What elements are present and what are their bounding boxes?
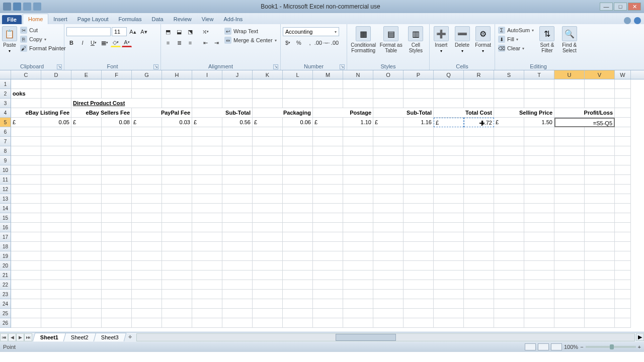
- italic-button[interactable]: I: [77, 38, 88, 47]
- cell-K7[interactable]: [253, 137, 283, 146]
- cell-U11[interactable]: [554, 175, 585, 185]
- align-bottom-button[interactable]: ⬔: [185, 27, 195, 36]
- cell-Q4[interactable]: Total Cost: [434, 108, 494, 118]
- cell-I1[interactable]: [192, 79, 222, 89]
- cell-S11[interactable]: [494, 175, 524, 185]
- cell-P13[interactable]: [404, 194, 434, 204]
- cell-F22[interactable]: [102, 280, 132, 290]
- cell-Q1[interactable]: [434, 79, 464, 89]
- cell-T24[interactable]: [524, 299, 554, 309]
- cell-V11[interactable]: [585, 175, 615, 185]
- cell-V14[interactable]: [585, 204, 615, 213]
- cell-T17[interactable]: [524, 232, 554, 242]
- cell-J2[interactable]: [222, 89, 253, 99]
- cell-N8[interactable]: [343, 146, 373, 156]
- cell-R14[interactable]: [464, 204, 494, 213]
- cell-F14[interactable]: [102, 204, 132, 213]
- cell-C20[interactable]: [11, 261, 41, 270]
- tab-addins[interactable]: Add-Ins: [218, 14, 248, 24]
- dialog-launcher[interactable]: ↘: [340, 64, 345, 69]
- cell-V18[interactable]: [585, 242, 615, 251]
- cell-O9[interactable]: [373, 156, 404, 165]
- cell-K24[interactable]: [253, 299, 283, 309]
- row-header-2[interactable]: 2: [0, 89, 11, 99]
- cell-M19[interactable]: [313, 251, 343, 261]
- cell-J26[interactable]: [222, 318, 253, 328]
- cell-G19[interactable]: [132, 251, 162, 261]
- cell-M18[interactable]: [313, 242, 343, 251]
- cell-O4[interactable]: Sub-Total: [373, 108, 434, 118]
- row-header-4[interactable]: 4: [0, 108, 11, 118]
- cell-C14[interactable]: [11, 204, 41, 213]
- redo-icon[interactable]: [33, 3, 41, 11]
- row-header-17[interactable]: 17: [0, 232, 11, 242]
- sheet-nav-next[interactable]: ▶: [16, 333, 24, 341]
- row-header-11[interactable]: 11: [0, 175, 11, 185]
- cell-C8[interactable]: [11, 146, 41, 156]
- cell-Q7[interactable]: [434, 137, 464, 146]
- cell-G21[interactable]: [132, 270, 162, 280]
- column-header-F[interactable]: F: [102, 70, 132, 79]
- cell-Q25[interactable]: [434, 309, 464, 318]
- cell-M2[interactable]: [313, 89, 343, 99]
- cell-M1[interactable]: [313, 79, 343, 89]
- row-header-5[interactable]: 5: [0, 118, 11, 127]
- cell-H24[interactable]: [162, 299, 192, 309]
- cell-Q8[interactable]: [434, 146, 464, 156]
- cell-J24[interactable]: [222, 299, 253, 309]
- row-header-1[interactable]: 1: [0, 79, 11, 89]
- cell-F8[interactable]: [102, 146, 132, 156]
- cell-D25[interactable]: [41, 309, 71, 318]
- minimize-ribbon-icon[interactable]: [624, 17, 631, 24]
- cell-D16[interactable]: [41, 223, 71, 232]
- cell-J16[interactable]: [222, 223, 253, 232]
- tab-view[interactable]: View: [197, 14, 219, 24]
- cell-J1[interactable]: [222, 79, 253, 89]
- cell-D5[interactable]: 0.05: [41, 118, 71, 127]
- delete-cells-button[interactable]: ➖Delete▾: [453, 25, 472, 53]
- cell-Q2[interactable]: [434, 89, 464, 99]
- cell-D19[interactable]: [41, 251, 71, 261]
- cell-S19[interactable]: [494, 251, 524, 261]
- cell-R24[interactable]: [464, 299, 494, 309]
- row-header-25[interactable]: 25: [0, 309, 11, 318]
- cell-O14[interactable]: [373, 204, 404, 213]
- cell-I10[interactable]: [192, 165, 222, 175]
- align-top-button[interactable]: ⬒: [163, 27, 173, 36]
- cell-H19[interactable]: [162, 251, 192, 261]
- cell-M12[interactable]: [313, 185, 343, 194]
- row-header-8[interactable]: 8: [0, 146, 11, 156]
- cell-C13[interactable]: [11, 194, 41, 204]
- cell-V21[interactable]: [585, 270, 615, 280]
- cell-U12[interactable]: [554, 185, 585, 194]
- cell-G26[interactable]: [132, 318, 162, 328]
- cell-T22[interactable]: [524, 280, 554, 290]
- dialog-launcher[interactable]: ↘: [273, 64, 278, 69]
- cell-T2[interactable]: [524, 89, 554, 99]
- cell-P23[interactable]: [404, 290, 434, 299]
- row-header-20[interactable]: 20: [0, 261, 11, 270]
- font-color-button[interactable]: A▾: [122, 38, 132, 47]
- cell-L5[interactable]: 0.06: [283, 118, 313, 127]
- cell-H6[interactable]: [162, 127, 192, 137]
- cell-D15[interactable]: [41, 213, 71, 223]
- cell-K22[interactable]: [253, 280, 283, 290]
- cell-O16[interactable]: [373, 223, 404, 232]
- cell-L24[interactable]: [283, 299, 313, 309]
- cell-J6[interactable]: [222, 127, 253, 137]
- cell-L13[interactable]: [283, 194, 313, 204]
- cell-K20[interactable]: [253, 261, 283, 270]
- cell-J15[interactable]: [222, 213, 253, 223]
- cell-F18[interactable]: [102, 242, 132, 251]
- cell-G24[interactable]: [132, 299, 162, 309]
- wrap-text-button[interactable]: ↩Wrap Text: [223, 27, 278, 35]
- cell-D12[interactable]: [41, 185, 71, 194]
- cell-L6[interactable]: [283, 127, 313, 137]
- cell-N18[interactable]: [343, 242, 373, 251]
- cell-S17[interactable]: [494, 232, 524, 242]
- tab-file[interactable]: File: [2, 15, 22, 24]
- underline-button[interactable]: U▾: [89, 38, 99, 47]
- cell-Q5[interactable]: £: [434, 118, 464, 127]
- cell-N11[interactable]: [343, 175, 373, 185]
- column-header-U[interactable]: U: [554, 70, 585, 79]
